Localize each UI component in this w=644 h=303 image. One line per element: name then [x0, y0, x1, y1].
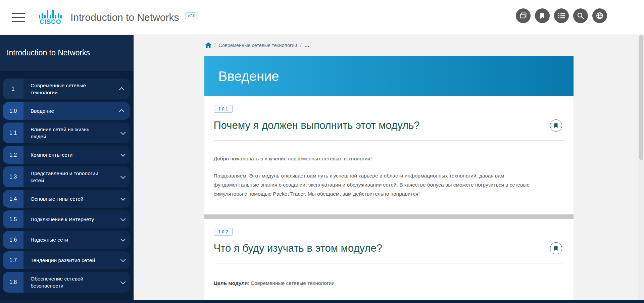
chevron-up-icon[interactable] [119, 87, 125, 92]
main-content-area: / Современные сетевые технологии / ... В… [134, 35, 644, 303]
topic-banner: Введение [204, 56, 574, 96]
chevron-down-icon[interactable] [120, 216, 126, 221]
sidebar-item-1-2[interactable]: 1.2 Компоненты сети [3, 146, 130, 164]
sidebar-header: Introduction to Networks [0, 35, 134, 71]
globe-icon[interactable] [592, 8, 607, 23]
item-number: 1.0 [3, 102, 23, 120]
breadcrumb-module-link[interactable]: Современные сетевые технологии [219, 43, 297, 48]
item-number: 1.5 [3, 210, 23, 228]
chevron-down-icon[interactable] [120, 237, 126, 242]
netacad-course-page: CISCO Introduction to Networks v7.0 [0, 0, 644, 303]
chevron-down-icon[interactable] [120, 152, 126, 157]
module-goal-text: : Современные сетевые технологии [248, 280, 335, 286]
search-icon[interactable] [573, 8, 588, 23]
bookmark-icon[interactable] [535, 8, 550, 23]
item-number: 1.6 [3, 231, 23, 249]
home-icon[interactable] [205, 42, 211, 48]
section-heading: Почему я должен выполнить этот модуль? [214, 119, 420, 132]
section-number-badge: 1.0.2 [214, 228, 233, 236]
item-label: Компоненты сети [31, 151, 72, 158]
cisco-logo-word: CISCO [39, 18, 61, 25]
table-of-contents: 1 Современные сетевые технологии 1.0 Вве… [0, 71, 134, 293]
section-divider-line [214, 263, 564, 263]
item-label: Надежные сети [31, 236, 68, 243]
item-number: 1 [3, 79, 23, 99]
topic-banner-title: Введение [218, 69, 279, 84]
sidebar-item-1-3[interactable]: 1.3 Представления и топологии сетей [3, 166, 130, 187]
module-goal-label: Цель модуля [214, 280, 248, 286]
breadcrumb-ellipsis[interactable]: ... [305, 43, 310, 48]
item-label: Обеспечение сетевой безопасности [31, 275, 102, 289]
section-number-badge: 1.0.1 [214, 105, 233, 113]
item-number: 1.4 [3, 190, 23, 208]
chevron-down-icon[interactable] [120, 196, 126, 201]
version-badge: v7.0 [185, 12, 198, 19]
chevron-up-icon[interactable] [119, 109, 125, 114]
item-label: Подключение к Интернету [31, 216, 94, 223]
sidebar-course-title: Introduction to Networks [7, 48, 90, 57]
sidebar-item-1-6[interactable]: 1.6 Надежные сети [3, 231, 130, 249]
item-label: Введение [31, 107, 54, 114]
item-label: Влияние сетей на жизнь людей [31, 126, 102, 140]
chevron-down-icon[interactable] [120, 279, 126, 284]
sidebar-item-1-0[interactable]: 1.0 Введение [3, 102, 130, 120]
windows-icon[interactable] [516, 8, 531, 23]
bookmark-section-button[interactable] [550, 242, 562, 254]
breadcrumb: / Современные сетевые технологии / ... [205, 42, 574, 48]
chevron-down-icon[interactable] [120, 257, 126, 262]
bookmark-icon [554, 123, 558, 128]
bookmark-icon [554, 246, 558, 251]
sidebar-item-1-1[interactable]: 1.1 Влияние сетей на жизнь людей [3, 122, 130, 143]
module-goal-line: Цель модуля: Современные сетевые техноло… [214, 280, 564, 286]
item-label: Представления и топологии сетей [31, 170, 102, 184]
cisco-bridge-icon [39, 10, 62, 18]
item-number: 1.3 [3, 166, 23, 187]
chevron-down-icon[interactable] [120, 130, 126, 135]
sidebar-item-1-7[interactable]: 1.7 Тенденции развития сетей [3, 251, 130, 269]
item-number: 1.8 [3, 272, 23, 293]
cisco-logo[interactable]: CISCO [39, 10, 62, 25]
section-divider-line [214, 140, 564, 141]
header-toolbar [516, 8, 607, 23]
sidebar-item-1-8[interactable]: 1.8 Обеспечение сетевой безопасности [3, 272, 130, 293]
item-label: Тенденции развития сетей [31, 257, 95, 264]
item-number: 1.1 [3, 122, 23, 143]
bookmark-section-button[interactable] [550, 119, 562, 132]
section-1-0-2: 1.0.2 Что я буду изучать в этом модуле? … [204, 219, 574, 303]
scrollbar-thumb[interactable] [639, 35, 643, 160]
sidebar-item-1-5[interactable]: 1.5 Подключение к Интернету [3, 210, 130, 228]
paragraph: Поздравляем! Этот модуль открывает вам п… [214, 171, 551, 198]
hamburger-menu-icon[interactable] [12, 13, 25, 22]
section-heading: Что я буду изучать в этом модуле? [214, 242, 382, 254]
item-label: Современные сетевые технологии [31, 82, 102, 96]
chevron-down-icon[interactable] [120, 173, 126, 179]
top-header: CISCO Introduction to Networks v7.0 [0, 0, 644, 35]
section-1-0-1: 1.0.1 Почему я должен выполнить этот мод… [204, 96, 574, 214]
breadcrumb-separator: / [214, 43, 216, 48]
item-number: 1.2 [3, 146, 23, 164]
breadcrumb-separator: / [300, 43, 301, 48]
course-title: Introduction to Networks [70, 12, 179, 23]
course-sidebar: Introduction to Networks 1 Современные с… [0, 35, 134, 303]
sidebar-item-1-4[interactable]: 1.4 Основные типы сетей [3, 190, 130, 208]
page-scrollbar[interactable] [638, 35, 644, 303]
section-separator-bar [204, 214, 574, 219]
bottom-footer-bar [0, 300, 644, 303]
item-label: Основные типы сетей [31, 195, 84, 202]
paragraph: Добро пожаловать в изучение современных … [214, 154, 551, 163]
list-icon[interactable] [554, 8, 569, 23]
item-number: 1.7 [3, 251, 23, 269]
sidebar-item-module-1[interactable]: 1 Современные сетевые технологии [3, 79, 130, 99]
